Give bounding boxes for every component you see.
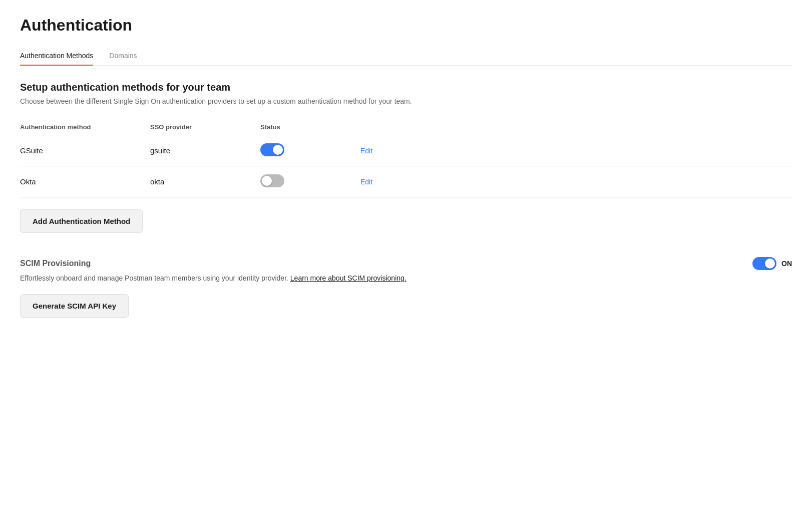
method-name-okta: Okta (20, 177, 150, 186)
col-header-status: Status (260, 123, 360, 131)
tab-authentication-methods[interactable]: Authentication Methods (20, 47, 93, 66)
toggle-scim[interactable] (752, 257, 776, 270)
add-authentication-method-button[interactable]: Add Authentication Method (20, 209, 143, 233)
scim-header-row: SCIM Provisioning ON (20, 257, 792, 270)
sso-provider-gsuite: gsuite (150, 146, 260, 155)
status-toggle-okta[interactable] (260, 174, 360, 189)
scim-description-text: Effortlessly onboard and manage Postman … (20, 274, 288, 282)
section-description: Choose between the different Single Sign… (20, 97, 471, 105)
sso-provider-okta: okta (150, 177, 260, 186)
toggle-thumb-scim (765, 259, 775, 269)
edit-link-okta[interactable]: Edit (360, 178, 372, 186)
toggle-thumb-gsuite (273, 145, 283, 155)
toggle-gsuite[interactable] (260, 143, 284, 156)
tabs-container: Authentication Methods Domains (20, 47, 792, 66)
col-header-sso: SSO provider (150, 123, 260, 131)
method-name-gsuite: GSuite (20, 146, 150, 155)
tab-domains[interactable]: Domains (109, 47, 137, 66)
table-row: GSuite gsuite Edit (20, 135, 792, 166)
scim-title: SCIM Provisioning (20, 259, 91, 268)
table-header: Authentication method SSO provider Statu… (20, 119, 792, 135)
page-title: Authentication (20, 16, 792, 35)
status-toggle-gsuite[interactable] (260, 143, 360, 158)
edit-cell-okta: Edit (360, 177, 421, 186)
toggle-okta[interactable] (260, 174, 284, 187)
scim-toggle-row: ON (752, 257, 792, 270)
scim-on-label: ON (781, 260, 792, 268)
section-heading: Setup authentication methods for your te… (20, 82, 792, 93)
scim-learn-more-link[interactable]: Learn more about SCIM provisioning. (290, 274, 407, 282)
toggle-thumb-okta (262, 176, 272, 186)
edit-cell-gsuite: Edit (360, 146, 421, 155)
scim-description: Effortlessly onboard and manage Postman … (20, 274, 471, 282)
col-header-method: Authentication method (20, 123, 150, 131)
table-row: Okta okta Edit (20, 166, 792, 197)
generate-scim-api-key-button[interactable]: Generate SCIM API Key (20, 294, 129, 318)
col-header-actions (360, 123, 421, 131)
edit-link-gsuite[interactable]: Edit (360, 147, 372, 155)
scim-section: SCIM Provisioning ON Effortlessly onboar… (20, 257, 792, 318)
